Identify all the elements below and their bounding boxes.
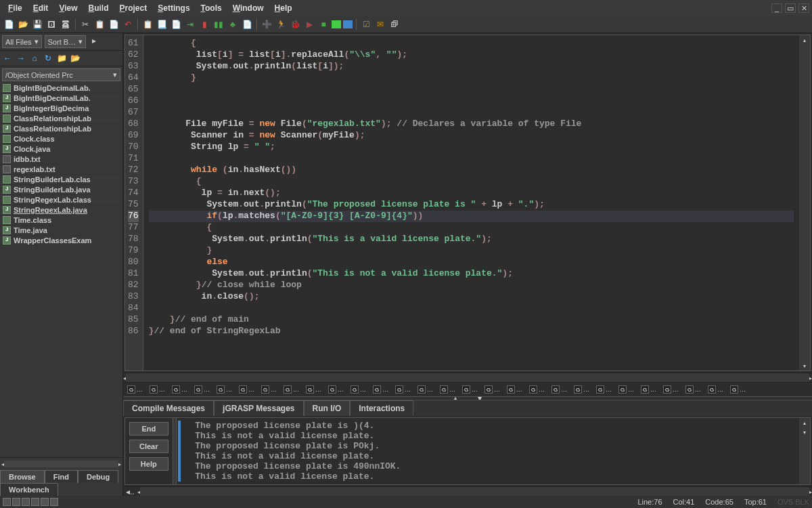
copy-icon[interactable]: 📋 — [93, 18, 106, 30]
maximize-icon[interactable]: ▭ — [785, 3, 796, 13]
file-tab[interactable]: G… — [191, 384, 212, 395]
file-item[interactable]: StringRegexLab.java — [0, 205, 122, 215]
file-tab[interactable]: G… — [616, 384, 637, 395]
csd-icon[interactable]: 📋 — [141, 18, 154, 30]
sync-icon[interactable]: ▸ — [89, 35, 99, 46]
status-icon[interactable] — [22, 498, 30, 506]
menu-project[interactable]: Project — [114, 1, 153, 15]
clear-button[interactable]: Clear — [129, 440, 168, 453]
file-item[interactable]: ClassRelationshipLab — [0, 124, 122, 134]
file-tab[interactable]: G… — [705, 384, 726, 395]
file-tab[interactable]: G… — [125, 384, 145, 395]
menu-settings[interactable]: Settings — [152, 1, 195, 15]
file-tab[interactable]: G… — [392, 384, 413, 395]
file-tab[interactable]: G… — [727, 384, 748, 395]
status-icon[interactable] — [41, 498, 49, 506]
file-tab[interactable]: G… — [504, 384, 525, 395]
output-console[interactable]: The proposed license plate is )(4. This … — [182, 418, 799, 484]
back-icon[interactable]: ← — [2, 53, 13, 64]
file-tab[interactable]: G… — [147, 384, 168, 395]
file-item[interactable]: StringBuilderLab.clas — [0, 175, 122, 185]
path-field[interactable]: /Object Oriented Prc▾ — [2, 68, 120, 81]
editor-hscroll[interactable]: ◂▸ — [123, 373, 812, 382]
menu-build[interactable]: Build — [83, 1, 114, 15]
indent-icon[interactable]: ⇥ — [184, 18, 196, 30]
list-icon[interactable]: 🗊 — [388, 18, 401, 30]
file-tab[interactable]: G… — [683, 384, 704, 395]
menu-edit[interactable]: Edit — [28, 1, 54, 15]
output-hscroll[interactable]: ◂.. ◂▸ — [123, 486, 812, 496]
status-icon[interactable] — [12, 498, 20, 506]
output-tab-jgrasp-messages[interactable]: jGRASP Messages — [214, 400, 304, 416]
file-tab[interactable]: G… — [593, 384, 614, 395]
blue-sq-icon[interactable] — [343, 20, 353, 28]
green-sq-icon[interactable] — [332, 20, 341, 28]
run2-icon[interactable]: ▶ — [303, 18, 315, 30]
sidebar-tab-workbench[interactable]: Workbench — [0, 483, 58, 496]
file-tab[interactable]: G… — [571, 384, 592, 395]
undo-icon[interactable]: ↶ — [122, 18, 134, 30]
scroll-up-icon[interactable]: ▴ — [799, 35, 810, 45]
fwd-icon[interactable]: → — [16, 53, 26, 64]
status-icon[interactable] — [31, 498, 39, 506]
sidebar-hscroll[interactable]: ◂▸ — [0, 457, 122, 470]
minimize-icon[interactable]: _ — [771, 3, 782, 13]
file-tab[interactable]: G… — [370, 384, 391, 395]
help-button[interactable]: Help — [129, 457, 168, 471]
file-tab[interactable]: G… — [549, 384, 570, 395]
filter-combo[interactable]: All Files▾ — [2, 35, 42, 48]
file-tab[interactable]: G… — [482, 384, 503, 395]
file-tab[interactable]: G… — [415, 384, 436, 395]
file-tab[interactable]: G… — [660, 384, 681, 395]
folder-icon[interactable]: 📂 — [70, 53, 81, 64]
editor-vscroll[interactable]: ▴ ▾ — [799, 35, 810, 371]
sidebar-tab-debug[interactable]: Debug — [78, 470, 118, 483]
remove-csd-icon[interactable]: 📃 — [156, 18, 168, 30]
output-tab-interactions[interactable]: Interactions — [350, 400, 413, 416]
output-vscroll[interactable]: ▴▾ — [799, 418, 810, 484]
debug-icon[interactable]: 🐞 — [289, 18, 301, 30]
menu-tools[interactable]: Tools — [196, 1, 227, 15]
uml-icon[interactable]: ♣ — [227, 18, 239, 30]
compile-icon[interactable]: ➕ — [261, 18, 273, 30]
file-tab[interactable]: G… — [258, 384, 279, 395]
linenum-icon[interactable]: 📄 — [170, 18, 182, 30]
file-item[interactable]: StringRegexLab.class — [0, 195, 122, 205]
file-tab[interactable]: G… — [325, 384, 346, 395]
chart2-icon[interactable]: ▮▮ — [212, 18, 225, 30]
bookmark-icon[interactable]: B — [45, 18, 58, 30]
file-item[interactable]: Clock.java — [0, 144, 122, 154]
output-divider[interactable] — [173, 418, 177, 484]
mail-icon[interactable]: ✉ — [374, 18, 386, 30]
scroll-down-icon[interactable]: ▾ — [799, 361, 810, 371]
up-icon[interactable]: 📁 — [56, 53, 67, 64]
chart-icon[interactable]: ▮ — [198, 18, 210, 30]
file-item[interactable]: Time.class — [0, 215, 122, 226]
file-item[interactable]: BigIntegerBigDecima — [0, 104, 122, 114]
save-icon[interactable]: 💾 — [31, 18, 43, 30]
open-icon[interactable]: 📂 — [17, 18, 29, 30]
output-tab-run-i-o[interactable]: Run I/O — [304, 400, 351, 416]
status-icon[interactable] — [3, 498, 11, 506]
file-item[interactable]: regexlab.txt — [0, 165, 122, 175]
file-tab[interactable]: G… — [214, 384, 235, 395]
menu-view[interactable]: View — [53, 1, 83, 15]
sidebar-tab-browse[interactable]: Browse — [0, 470, 45, 483]
close-icon[interactable]: ✕ — [798, 3, 809, 13]
cut-icon[interactable]: ✂ — [79, 18, 91, 30]
file-item[interactable]: ClassRelationshipLab — [0, 114, 122, 124]
file-tab[interactable]: G… — [169, 384, 190, 395]
new-file-icon[interactable]: 📄 — [3, 18, 15, 30]
file-tab[interactable]: G… — [303, 384, 324, 395]
menu-window[interactable]: Window — [227, 1, 269, 15]
end-button[interactable]: End — [129, 422, 168, 436]
file-tab[interactable]: G… — [236, 384, 257, 395]
refresh-icon[interactable]: ↻ — [43, 53, 53, 64]
check-icon[interactable]: ☑ — [360, 18, 372, 30]
file-item[interactable]: WrapperClassesExam — [0, 236, 122, 246]
file-tab[interactable]: G… — [638, 384, 659, 395]
run-icon[interactable]: 🏃 — [275, 18, 287, 30]
doc-icon[interactable]: 📄 — [241, 18, 253, 30]
code-editor[interactable]: { list[i] = list[i].replaceAll("\\s", ""… — [143, 35, 799, 371]
file-item[interactable]: BigIntBigDecimalLab. — [0, 83, 122, 93]
